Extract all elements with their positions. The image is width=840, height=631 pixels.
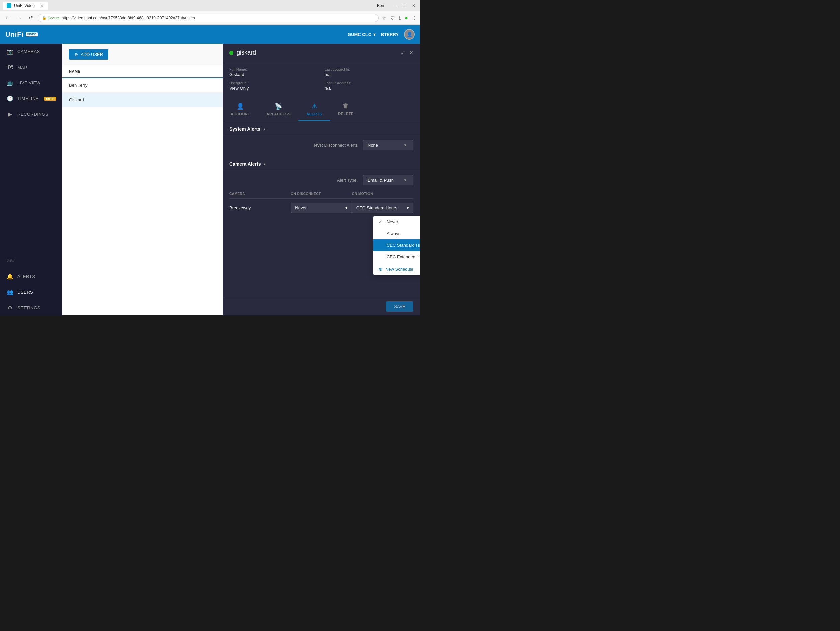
motion-cell: CEC Standard Hours ▾ ✓ Never xyxy=(352,203,413,213)
account-tab-label: ACCOUNT xyxy=(231,112,251,116)
disconnect-value: Never xyxy=(295,205,306,210)
maximize-button[interactable]: □ xyxy=(401,3,407,9)
camera-table-header: CAMERA ON DISCONNECT ON MOTION xyxy=(223,189,420,198)
disconnect-select[interactable]: Never ▾ xyxy=(291,203,352,213)
panel-header-icons: ⤢ ✕ xyxy=(401,49,413,56)
sidebar-item-cameras-label: CAMERAS xyxy=(17,49,40,54)
last-ip-field: Last IP Address: n/a xyxy=(325,81,413,91)
close-button[interactable]: ✕ xyxy=(409,49,413,56)
location-selector[interactable]: GUMC CLC ▾ xyxy=(348,32,376,37)
version-text: 3.9.7 xyxy=(7,259,15,262)
add-user-label: ADD USER xyxy=(81,52,103,57)
status-dot xyxy=(229,51,234,55)
dropdown-option-cec-extended[interactable]: CEC Extended Hours xyxy=(373,251,420,263)
alert-type-chevron: ▾ xyxy=(404,178,406,182)
sidebar-item-live-view[interactable]: 📺 LIVE VIEW xyxy=(0,75,62,91)
nvr-disconnect-value: None xyxy=(368,143,378,148)
system-alerts-section: System Alerts ▴ NVR Disconnect Alerts No… xyxy=(223,121,420,155)
lock-icon: 🔒 xyxy=(42,16,47,20)
minimize-button[interactable]: ─ xyxy=(391,3,398,9)
dropdown-option-new-schedule[interactable]: ⊕ New Schedule xyxy=(373,263,420,275)
dropdown-option-cec-standard[interactable]: CEC Standard Hours xyxy=(373,240,420,251)
dropdown-option-never[interactable]: ✓ Never xyxy=(373,216,420,228)
sidebar-item-users-label: USERS xyxy=(17,290,33,295)
motion-chevron: ▾ xyxy=(407,205,409,210)
full-name-value: Giskard xyxy=(229,72,318,77)
logo-video-text: VIDEO xyxy=(26,32,38,36)
users-icon: 👥 xyxy=(7,289,13,295)
info-icon[interactable]: ℹ xyxy=(398,15,401,21)
nvr-disconnect-select[interactable]: None ▾ xyxy=(363,140,413,150)
col-name-header: NAME xyxy=(69,69,241,73)
cec-extended-label: CEC Extended Hours xyxy=(387,254,420,259)
user-info-grid: Full Name: Giskard Last Logged In: n/a U… xyxy=(223,62,420,96)
browser-tab-close[interactable]: ✕ xyxy=(40,3,44,8)
alerts-tab-label: ALERTS xyxy=(306,112,322,116)
address-bar[interactable]: 🔒 Secure https://video.ubnt.com/nvr/1795… xyxy=(38,14,379,22)
new-schedule-label: New Schedule xyxy=(385,267,413,271)
tab-delete[interactable]: 🗑 DELETE xyxy=(330,99,362,121)
panel-header: giskard ⤢ ✕ xyxy=(223,44,420,62)
header-right: GUMC CLC ▾ BTERRY 👤 xyxy=(348,29,415,40)
sidebar-item-map[interactable]: 🗺 MAP xyxy=(0,60,62,75)
app-header: UniFi VIDEO GUMC CLC ▾ BTERRY 👤 xyxy=(0,25,420,44)
app-logo: UniFi VIDEO xyxy=(5,31,38,38)
camera-alerts-chevron[interactable]: ▴ xyxy=(264,161,265,166)
disconnect-chevron: ▾ xyxy=(346,205,348,210)
motion-value: CEC Standard Hours xyxy=(357,205,397,210)
window-close-button[interactable]: ✕ xyxy=(410,3,417,9)
last-logged-in-label: Last Logged In: xyxy=(325,67,413,71)
nvr-disconnect-row: NVR Disconnect Alerts None ▾ xyxy=(223,136,420,155)
secure-label: 🔒 Secure xyxy=(42,16,60,20)
reload-button[interactable]: ↺ xyxy=(27,14,35,22)
sidebar-item-live-view-label: LIVE VIEW xyxy=(17,80,41,85)
sidebar-item-users[interactable]: 👥 USERS xyxy=(0,284,62,300)
motion-select[interactable]: CEC Standard Hours ▾ xyxy=(352,203,413,213)
alert-type-label: Alert Type: xyxy=(337,178,358,183)
sidebar-item-timeline[interactable]: 🕐 TIMELINE BETA xyxy=(0,91,62,106)
beta-badge: BETA xyxy=(44,97,56,101)
delete-tab-icon: 🗑 xyxy=(343,103,349,110)
dropdown-option-always[interactable]: Always xyxy=(373,228,420,240)
cameras-icon: 📷 xyxy=(7,49,13,55)
recordings-icon: ▶ xyxy=(7,111,13,117)
shield-icon[interactable]: 🛡 xyxy=(390,15,396,21)
user-avatar[interactable]: 👤 xyxy=(404,29,415,40)
api-access-tab-icon: 📡 xyxy=(275,103,282,110)
sidebar-item-cameras[interactable]: 📷 CAMERAS xyxy=(0,44,62,60)
tab-account[interactable]: 👤 ACCOUNT xyxy=(223,99,259,121)
panel-footer: SAVE xyxy=(223,297,420,316)
location-chevron: ▾ xyxy=(373,32,376,37)
sidebar-item-settings[interactable]: ⚙ SETTINGS xyxy=(0,300,62,316)
disconnect-cell: Never ▾ xyxy=(291,203,352,213)
system-alerts-chevron[interactable]: ▴ xyxy=(263,127,265,131)
sidebar-item-alerts[interactable]: 🔔 ALERTS xyxy=(0,268,62,284)
tab-alerts[interactable]: ⚠ ALERTS xyxy=(298,99,330,121)
new-schedule-icon: ⊕ xyxy=(379,266,382,271)
back-button[interactable]: ← xyxy=(3,14,12,22)
api-access-tab-label: API ACCESS xyxy=(267,112,291,116)
expand-button[interactable]: ⤢ xyxy=(401,49,405,56)
url-text: https://video.ubnt.com/nvr/179533de-8bf9… xyxy=(62,16,195,21)
forward-button[interactable]: → xyxy=(15,14,24,22)
alerts-content: System Alerts ▴ NVR Disconnect Alerts No… xyxy=(223,121,420,297)
user-name-cell: Giskard xyxy=(69,97,241,103)
col-motion: ON MOTION xyxy=(352,192,413,196)
bookmark-icon[interactable]: ☆ xyxy=(381,15,387,21)
user-detail-panel: giskard ⤢ ✕ Full Name: Giskard Last Logg… xyxy=(223,44,420,316)
browser-tab-icon xyxy=(7,3,11,8)
tab-api-access[interactable]: 📡 API ACCESS xyxy=(259,99,298,121)
timeline-icon: 🕐 xyxy=(7,95,13,102)
browser-tab[interactable]: UniFi Video ✕ xyxy=(3,2,48,10)
menu-icon[interactable]: ⋮ xyxy=(411,15,417,21)
sidebar-item-recordings[interactable]: ▶ RECORDINGS xyxy=(0,106,62,122)
motion-dropdown-menu: ✓ Never Always CEC S xyxy=(373,216,420,275)
camera-alerts-section: Camera Alerts ▴ Alert Type: Email & Push… xyxy=(223,156,420,217)
camera-row: Breezeway Never ▾ CEC Standard Hours xyxy=(223,199,420,217)
alert-type-select[interactable]: Email & Push ▾ xyxy=(363,175,413,185)
save-button[interactable]: SAVE xyxy=(386,301,413,312)
sidebar-item-timeline-label: TIMELINE xyxy=(17,96,39,101)
nvr-disconnect-label: NVR Disconnect Alerts xyxy=(314,143,358,148)
extension-icon[interactable]: ● xyxy=(404,14,409,22)
add-user-button[interactable]: ⊕ ADD USER xyxy=(69,49,108,60)
